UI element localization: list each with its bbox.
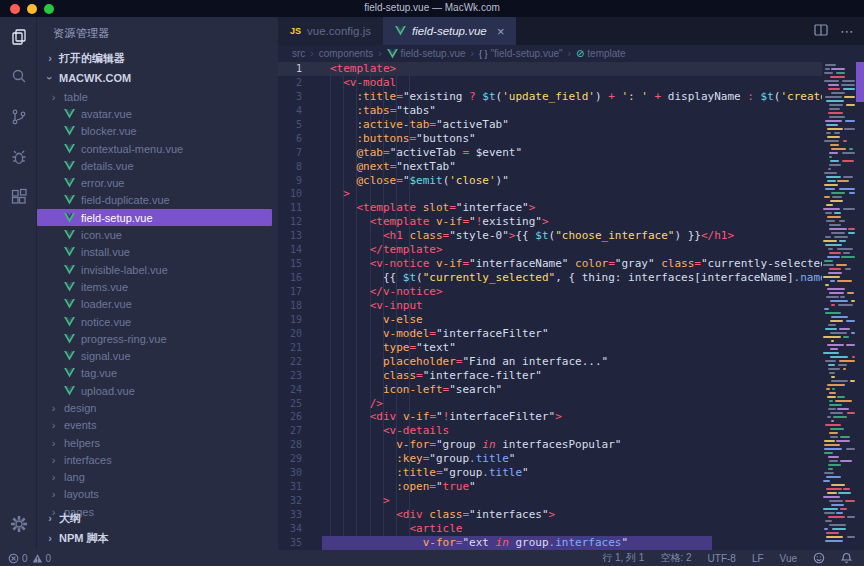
minimap[interactable] xyxy=(822,62,856,550)
status-encoding[interactable]: UTF-8 xyxy=(708,553,736,564)
code-line-23[interactable]: 23 class="interface-filter" xyxy=(278,369,822,383)
breadcrumb-item-template[interactable]: ⊘template xyxy=(576,48,626,59)
tree-item-error-vue[interactable]: error.vue xyxy=(37,174,272,191)
code-line-25[interactable]: 25 /> xyxy=(278,397,822,411)
feedback-smiley-icon[interactable] xyxy=(813,552,825,564)
tree-item-events[interactable]: ›events xyxy=(37,417,272,434)
breadcrumb-item-src[interactable]: src xyxy=(292,48,305,59)
code-line-19[interactable]: 19 v-else xyxy=(278,313,822,327)
notifications-bell-icon[interactable] xyxy=(841,552,852,564)
code-line-5[interactable]: 5 :active-tab="activeTab" xyxy=(278,118,822,132)
code-line-20[interactable]: 20 v-model="interfaceFilter" xyxy=(278,327,822,341)
tree-item-blocker-vue[interactable]: blocker.vue xyxy=(37,123,272,140)
tree-item-tag-vue[interactable]: tag.vue xyxy=(37,365,272,382)
code-line-27[interactable]: 27 <v-details xyxy=(278,424,822,438)
tree-item-avatar-vue[interactable]: avatar.vue xyxy=(37,105,272,122)
tree-item-layouts[interactable]: ›layouts xyxy=(37,486,272,503)
debug-icon[interactable] xyxy=(0,137,37,177)
line-number: 4 xyxy=(278,104,312,118)
code-line-9[interactable]: 9 @close="$emit('close')" xyxy=(278,174,822,188)
minimap-line xyxy=(845,268,852,270)
code-line-2[interactable]: 2 <v-modal xyxy=(278,76,822,90)
code-area[interactable]: 1<template>2 <v-modal3 :title="existing … xyxy=(278,62,822,550)
tree-item-lang[interactable]: ›lang xyxy=(37,469,272,486)
tree-item-signal-vue[interactable]: signal.vue xyxy=(37,347,272,364)
tree-item-items-vue[interactable]: items.vue xyxy=(37,278,272,295)
settings-gear-icon[interactable] xyxy=(0,504,37,544)
code-line-6[interactable]: 6 :buttons="buttons" xyxy=(278,132,822,146)
tree-item-contextual-menu-vue[interactable]: contextual-menu.vue xyxy=(37,140,272,157)
code-line-10[interactable]: 10 > xyxy=(278,187,822,201)
code-line-30[interactable]: 30 :title="group.title" xyxy=(278,466,822,480)
line-content: <v-notice v-if="interfaceName" color="gr… xyxy=(312,257,822,271)
tab-vue-config-js[interactable]: JSvue.config.js xyxy=(278,17,383,45)
code-line-13[interactable]: 13 <h1 class="style-0">{{ $t("choose_int… xyxy=(278,229,822,243)
code-line-35[interactable]: 35 v-for="ext in group.interfaces" xyxy=(278,536,822,550)
tab-close-icon[interactable]: × xyxy=(497,24,505,39)
code-line-4[interactable]: 4 :tabs="tabs" xyxy=(278,104,822,118)
more-actions-icon[interactable]: ⋯ xyxy=(840,24,854,38)
split-editor-icon[interactable] xyxy=(814,24,828,38)
code-line-22[interactable]: 22 placeholder="Find an interface..." xyxy=(278,355,822,369)
code-line-17[interactable]: 17 </v-notice> xyxy=(278,285,822,299)
status-cursor-position[interactable]: 行 1, 列 1 xyxy=(602,551,644,565)
code-line-34[interactable]: 34 <article xyxy=(278,522,822,536)
tree-item-field-setup-vue[interactable]: field-setup.vue xyxy=(37,209,272,226)
open-editors-section[interactable]: › 打开的编辑器 xyxy=(37,48,278,68)
minimap-line xyxy=(831,340,834,342)
explorer-icon[interactable] xyxy=(0,17,37,57)
tree-item-loader-vue[interactable]: loader.vue xyxy=(37,296,272,313)
source-control-icon[interactable] xyxy=(0,97,37,137)
workspace-section[interactable]: › MACWK.COM xyxy=(37,68,278,88)
tree-item-icon-vue[interactable]: icon.vue xyxy=(37,226,272,243)
scrollbar[interactable] xyxy=(856,62,864,550)
status-language[interactable]: Vue xyxy=(780,553,797,564)
tree-item-notice-vue[interactable]: notice.vue xyxy=(37,313,272,330)
tree-item-install-vue[interactable]: install.vue xyxy=(37,244,272,261)
tree-item-interfaces[interactable]: ›interfaces xyxy=(37,451,272,468)
outline-section[interactable]: › 大纲 xyxy=(37,508,278,528)
code-line-21[interactable]: 21 type="text" xyxy=(278,341,822,355)
code-line-24[interactable]: 24 icon-left="search" xyxy=(278,383,822,397)
tree-item-invisible-label-vue[interactable]: invisible-label.vue xyxy=(37,261,272,278)
scrollbar-thumb[interactable] xyxy=(856,62,864,102)
npm-scripts-section[interactable]: › NPM 脚本 xyxy=(37,528,278,548)
tree-item-upload-vue[interactable]: upload.vue xyxy=(37,382,272,399)
minimap-line xyxy=(831,380,848,382)
tree-item-progress-ring-vue[interactable]: progress-ring.vue xyxy=(37,330,272,347)
code-line-14[interactable]: 14 </template> xyxy=(278,243,822,257)
status-warnings[interactable]: 0 xyxy=(32,553,52,564)
code-line-29[interactable]: 29 :key="group.title" xyxy=(278,452,822,466)
minimap-line xyxy=(827,216,841,218)
code-line-28[interactable]: 28 v-for="group in interfacesPopular" xyxy=(278,438,822,452)
tree-item-helpers[interactable]: ›helpers xyxy=(37,434,272,451)
minimap-line xyxy=(829,116,845,118)
tree-item-table[interactable]: ›table xyxy=(37,88,272,105)
code-line-15[interactable]: 15 <v-notice v-if="interfaceName" color=… xyxy=(278,257,822,271)
code-line-7[interactable]: 7 @tab="activeTab = $event" xyxy=(278,146,822,160)
code-line-31[interactable]: 31 :open="true" xyxy=(278,480,822,494)
code-line-33[interactable]: 33 <div class="interfaces"> xyxy=(278,508,822,522)
breadcrumb-item-components[interactable]: components xyxy=(319,48,373,59)
search-icon[interactable] xyxy=(0,57,37,97)
minimap-line xyxy=(836,512,842,514)
code-line-16[interactable]: 16 {{ $t("currently_selected", { thing: … xyxy=(278,271,822,285)
tree-item-design[interactable]: ›design xyxy=(37,399,272,416)
code-line-8[interactable]: 8 @next="nextTab" xyxy=(278,160,822,174)
code-line-1[interactable]: 1<template> xyxy=(278,62,822,76)
code-line-12[interactable]: 12 <template v-if="!existing"> xyxy=(278,215,822,229)
code-line-26[interactable]: 26 <div v-if="!interfaceFilter"> xyxy=(278,410,822,424)
breadcrumb-item-field-setup-vue[interactable]: field-setup.vue xyxy=(387,48,466,59)
tab-field-setup-vue[interactable]: field-setup.vue× xyxy=(383,17,516,45)
status-errors[interactable]: 0 xyxy=(8,553,28,564)
status-indentation[interactable]: 空格: 2 xyxy=(660,551,691,565)
code-line-3[interactable]: 3 :title="existing ? $t('update_field') … xyxy=(278,90,822,104)
extensions-icon[interactable] xyxy=(0,177,37,217)
status-eol[interactable]: LF xyxy=(752,553,764,564)
tree-item-field-duplicate-vue[interactable]: field-duplicate.vue xyxy=(37,192,272,209)
code-line-32[interactable]: 32 > xyxy=(278,494,822,508)
breadcrumb-item-field-setup-vue[interactable]: { }"field-setup.vue" xyxy=(479,48,563,59)
code-line-18[interactable]: 18 <v-input xyxy=(278,299,822,313)
code-line-11[interactable]: 11 <template slot="interface"> xyxy=(278,201,822,215)
tree-item-details-vue[interactable]: details.vue xyxy=(37,157,272,174)
